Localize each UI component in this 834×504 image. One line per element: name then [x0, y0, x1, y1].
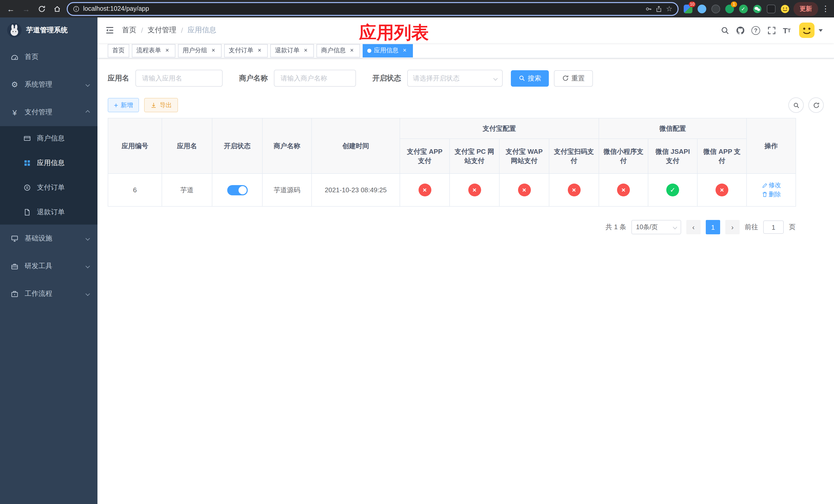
sidebar-item-payment-orders[interactable]: 支付订单 — [0, 175, 97, 200]
sidebar-item-workflow[interactable]: 工作流程 — [0, 280, 97, 307]
refresh-table-button[interactable] — [808, 97, 824, 113]
tab-home[interactable]: 首页 — [108, 44, 129, 57]
user-avatar[interactable] — [799, 23, 814, 38]
reset-button[interactable]: 重置 — [554, 70, 593, 86]
cross-icon: × — [716, 184, 728, 197]
breadcrumb-section[interactable]: 支付管理 — [148, 26, 176, 35]
hamburger-icon[interactable] — [97, 26, 122, 35]
page-1-button[interactable]: 1 — [706, 220, 720, 234]
edit-link[interactable]: 修改 — [762, 181, 781, 190]
sidebar-item-home[interactable]: 首页 — [0, 43, 97, 71]
add-button-label: 新增 — [120, 101, 133, 110]
caret-down-icon[interactable] — [819, 29, 823, 31]
credit-card-icon — [23, 135, 31, 142]
app-logo[interactable]: 芋道管理系统 — [0, 18, 97, 43]
search-button[interactable]: 搜索 — [511, 70, 549, 86]
sidebar-item-system[interactable]: ⚙ 系统管理 — [0, 71, 97, 98]
status-select[interactable]: 请选择开启状态 — [407, 70, 503, 87]
merchant-name-label: 商户名称 — [239, 74, 268, 83]
bookmark-star-icon[interactable]: ☆ — [666, 5, 673, 13]
extension-glyph — [711, 4, 720, 13]
extension-glyph — [767, 4, 775, 13]
cell-app-id: 6 — [108, 174, 162, 206]
browser-update-button[interactable]: 更新 — [793, 2, 818, 16]
help-icon[interactable]: ? — [751, 26, 760, 35]
col-actions: 操作 — [747, 118, 796, 174]
navbar-actions: ? TT — [718, 23, 834, 38]
tab-app-info[interactable]: 应用信息× — [363, 44, 413, 57]
extension-dark-icon[interactable] — [710, 4, 721, 14]
payment-submenu: 商户信息 应用信息 支付订单 — [0, 126, 97, 225]
close-icon[interactable]: × — [163, 47, 171, 54]
tab-label: 流程表单 — [136, 46, 161, 55]
share-icon[interactable] — [656, 5, 662, 12]
close-icon[interactable]: × — [302, 47, 309, 54]
password-key-icon[interactable] — [645, 5, 652, 12]
browser-home-icon[interactable] — [51, 3, 63, 14]
browser-reload-icon[interactable] — [36, 3, 47, 14]
col-wechat-app: 微信 APP 支付 — [697, 139, 747, 174]
tab-merchant-info[interactable]: 商户信息× — [316, 44, 360, 57]
address-bar[interactable]: localhost:1024/pay/app ☆ — [67, 2, 679, 16]
toggle-knob — [238, 186, 246, 194]
plus-icon: + — [114, 101, 118, 109]
browser-forward-icon[interactable]: → — [21, 3, 32, 14]
sidebar-item-payment[interactable]: ¥ 支付管理 — [0, 98, 97, 126]
sidebar-item-merchant-info[interactable]: 商户信息 — [0, 126, 97, 151]
merchant-name-input[interactable] — [274, 70, 356, 87]
github-icon[interactable] — [733, 23, 747, 38]
status-toggle[interactable] — [227, 185, 247, 195]
app-name-input[interactable] — [135, 70, 223, 87]
tab-user-group[interactable]: 用户分组× — [178, 44, 222, 57]
active-tab-dot — [367, 48, 371, 52]
extension-drop-icon[interactable] — [697, 4, 707, 14]
browser-menu-icon[interactable]: ⋮ — [822, 4, 829, 13]
sidebar-item-label: 研发工具 — [25, 261, 81, 271]
close-icon[interactable]: × — [210, 47, 217, 54]
search-icon[interactable] — [718, 23, 732, 38]
sidebar-item-app-info[interactable]: 应用信息 — [0, 151, 97, 175]
next-page-button[interactable]: › — [725, 220, 740, 234]
sidebar-item-label: 支付管理 — [25, 108, 81, 117]
browser-back-icon[interactable]: ← — [5, 3, 16, 14]
close-icon[interactable]: × — [348, 47, 355, 54]
tab-payment-orders[interactable]: 支付订单× — [224, 44, 268, 57]
tab-refund-orders[interactable]: 退款订单× — [270, 44, 314, 57]
export-button[interactable]: 导出 — [144, 98, 178, 112]
sidebar-item-label: 首页 — [25, 52, 89, 62]
col-group-wechat: 微信配置 — [599, 118, 747, 139]
chevron-up-icon — [86, 110, 90, 115]
extension-avatar-icon[interactable]: 1 — [724, 4, 734, 14]
goto-page-input[interactable] — [763, 221, 784, 234]
add-button[interactable]: + 新增 — [108, 98, 139, 112]
sidebar-item-infrastructure[interactable]: 基础设施 — [0, 225, 97, 252]
col-group-alipay: 支付宝配置 — [400, 118, 599, 139]
briefcase-icon — [10, 290, 19, 298]
site-info-icon[interactable] — [73, 5, 80, 12]
gear-icon: ⚙ — [10, 80, 19, 89]
tab-process-form[interactable]: 流程表单× — [132, 44, 175, 57]
sidebar-item-dev-tools[interactable]: 研发工具 — [0, 252, 97, 280]
page-size-value: 10条/页 — [636, 223, 658, 231]
cell-status — [212, 174, 262, 206]
extension-green-check-icon[interactable]: ✓ — [738, 4, 748, 14]
prev-page-button[interactable]: ‹ — [686, 220, 701, 234]
toggle-search-button[interactable] — [788, 97, 804, 113]
extension-badge: 10 — [689, 2, 696, 7]
chevron-down-icon — [86, 236, 90, 241]
cell-wechat-app: × — [697, 174, 747, 206]
extension-pinned-icon[interactable] — [766, 4, 776, 14]
fullscreen-icon[interactable] — [764, 23, 778, 38]
cross-icon: × — [518, 184, 531, 197]
page-size-select[interactable]: 10条/页 — [631, 220, 681, 234]
font-size-icon[interactable]: TT — [780, 23, 794, 38]
cell-merchant: 芋道源码 — [262, 174, 312, 206]
close-icon[interactable]: × — [256, 47, 263, 54]
extension-colorful-icon[interactable]: 10 — [683, 4, 693, 14]
close-icon[interactable]: × — [401, 47, 408, 54]
sidebar-item-refund-orders[interactable]: 退款订单 — [0, 200, 97, 225]
extension-wechat-icon[interactable] — [752, 4, 762, 14]
breadcrumb-home[interactable]: 首页 — [122, 26, 136, 35]
delete-link[interactable]: 删除 — [762, 190, 781, 199]
extension-emoji-icon[interactable] — [780, 4, 790, 14]
